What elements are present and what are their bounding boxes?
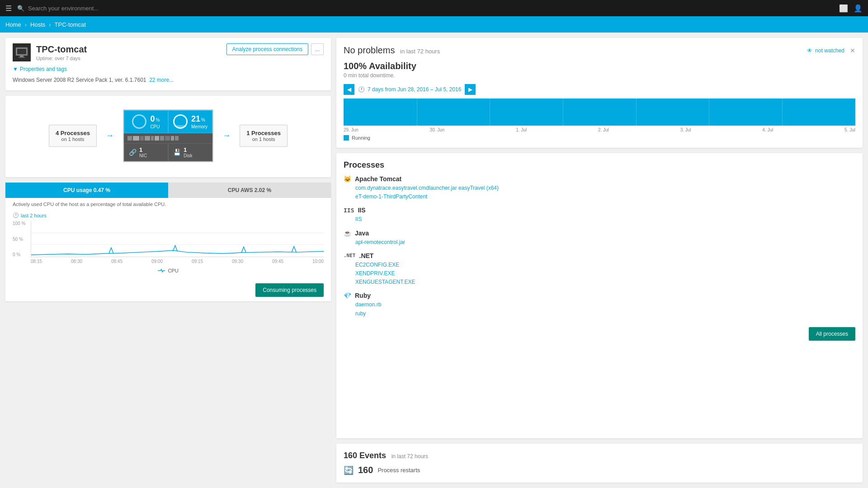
host-icon: [13, 43, 31, 61]
process-group-iis: IIS IIS IIS: [344, 206, 855, 224]
cpu-usage-tab[interactable]: CPU usage 0.47 %: [5, 183, 168, 198]
avail-legend: Running: [344, 135, 855, 141]
avail-chart: [344, 99, 855, 126]
chart-container: 100 % 50 % 0 %: [13, 221, 324, 266]
host-actions: Analyze process connections ...: [226, 43, 324, 55]
properties-content: Windows Server 2008 R2 Service Pack 1, v…: [13, 75, 324, 85]
processes-title: Processes: [344, 160, 855, 170]
tomcat-icon: 🐱: [344, 175, 351, 183]
clock-icon-2: 🕐: [358, 86, 365, 93]
process-links-java: apl-remotecontrol.jar: [344, 238, 855, 247]
search-box: 🔍 Search your environment...: [17, 5, 834, 12]
cpu-chart-area: 🕐 last 2 hours 100 % 50 % 0 %: [5, 211, 331, 279]
process-links-ruby: daemon.rb ruby: [344, 300, 855, 318]
hamburger-icon[interactable]: ☰: [5, 4, 12, 13]
top-nav-right: ⬜ 👤: [839, 4, 863, 13]
host-header-card: TPC-tomcat Uptime: over 7 days Analyze p…: [5, 38, 331, 90]
consuming-processes-button[interactable]: Consuming processes: [255, 283, 324, 297]
process-group-dotnet: .NET .NET EC2CONFIG.EXE XENDPRIV.EXE XEN…: [344, 252, 855, 287]
properties-toggle[interactable]: ▼ Properties and tags: [13, 66, 324, 72]
close-icon[interactable]: ✕: [850, 47, 855, 54]
disk-icon: 💾: [173, 149, 181, 156]
chat-icon[interactable]: ⬜: [839, 4, 848, 13]
search-placeholder[interactable]: Search your environment...: [28, 5, 99, 12]
topo-arrow-right: →: [222, 131, 231, 141]
cpu-aws-tab[interactable]: CPU AWS 2.02 %: [168, 183, 331, 198]
process-name-iis: IIS IIS: [344, 206, 855, 214]
events-title: 160 Events: [344, 451, 386, 460]
process-group-ruby: 💎 Ruby daemon.rb ruby: [344, 292, 855, 318]
process-links-dotnet: EC2CONFIG.EXE XENDPRIV.EXE XENGUESTAGENT…: [344, 261, 855, 287]
status-card: No problems in last 72 hours 👁 not watch…: [336, 38, 863, 148]
process-name-java: ☕ Java: [344, 230, 855, 237]
topo-arrow-left: →: [106, 131, 114, 141]
eye-icon: 👁: [807, 47, 812, 54]
events-row: 🔄 160 Process restarts: [344, 465, 855, 475]
availability-section: 100% Availability 0 min total downtime. …: [344, 61, 855, 141]
events-icon: 🔄: [344, 465, 354, 475]
analyze-connections-button[interactable]: Analyze process connections: [226, 43, 308, 55]
breadcrumb-home[interactable]: Home: [5, 21, 21, 28]
memory-circle: [173, 114, 188, 129]
process-link[interactable]: com.dynatrace.easytravel.cmdlauncher.jar…: [355, 184, 855, 192]
process-name-dotnet: .NET .NET: [344, 252, 855, 259]
date-range: 🕐 7 days from Jun 28, 2016 – Jul 5, 2016: [358, 86, 461, 93]
process-link[interactable]: IIS: [355, 215, 855, 224]
more-button[interactable]: ...: [311, 43, 324, 55]
search-icon: 🔍: [17, 5, 24, 12]
user-icon[interactable]: 👤: [854, 4, 863, 13]
process-links-iis: IIS: [344, 215, 855, 224]
prev-period-button[interactable]: ◀: [344, 84, 354, 95]
more-tags-link[interactable]: 22 more...: [149, 77, 174, 83]
next-period-button[interactable]: ▶: [465, 84, 476, 95]
svg-rect-1: [17, 49, 26, 54]
all-processes-button[interactable]: All processes: [809, 327, 855, 341]
nic-metric: 🔗 1 NIC: [124, 143, 168, 161]
events-card: 160 Events in last 72 hours 🔄 160 Proces…: [336, 444, 863, 483]
disk-metric: 💾 1 Disk: [168, 143, 212, 161]
cpu-circle: [132, 114, 146, 129]
host-name: TPC-tomcat: [36, 44, 87, 55]
topology-card: 4 Processes on 1 hosts → 0: [5, 96, 331, 177]
process-link[interactable]: apl-remotecontrol.jar: [355, 238, 855, 247]
cpu-chart-card: CPU usage 0.47 % CPU AWS 2.02 % Actively…: [5, 183, 331, 301]
process-link[interactable]: daemon.rb: [355, 300, 855, 309]
breadcrumb: Home › Hosts › TPC-tomcat: [0, 16, 868, 33]
svg-rect-2: [20, 56, 24, 57]
right-panel: No problems in last 72 hours 👁 not watch…: [336, 38, 863, 483]
host-uptime: Uptime: over 7 days: [36, 56, 87, 61]
process-group-tomcat: 🐱 Apache Tomcat com.dynatrace.easytravel…: [344, 175, 855, 201]
process-link[interactable]: ruby: [355, 310, 855, 318]
java-icon: ☕: [344, 230, 351, 237]
topo-right-box[interactable]: 1 Processes on 1 hosts: [240, 125, 288, 147]
topo-left-box[interactable]: 4 Processes on 1 hosts: [49, 125, 97, 147]
process-link[interactable]: EC2CONFIG.EXE: [355, 261, 855, 269]
memory-metric: 21 % Memory: [168, 110, 212, 133]
chart-y-labels: 100 % 50 % 0 %: [13, 221, 28, 257]
ruby-icon: 💎: [344, 292, 351, 299]
chart-area: [31, 221, 324, 257]
running-legend-icon: [344, 135, 349, 141]
avail-x-labels: 29. Jun 30. Jun 1. Jul 2. Jul 3. Jul 4. …: [344, 127, 855, 132]
cpu-metric: 0 % CPU: [124, 110, 168, 133]
svg-rect-3: [19, 57, 25, 58]
process-link[interactable]: XENDPRIV.EXE: [355, 269, 855, 278]
chart-x-labels: 08:15 08:30 08:45 09:00 09:15 09:30 09:4…: [31, 259, 324, 264]
process-links-tomcat: com.dynatrace.easytravel.cmdlauncher.jar…: [344, 184, 855, 201]
cpu-tabs: CPU usage 0.47 % CPU AWS 2.02 %: [5, 183, 331, 198]
topology-section: 4 Processes on 1 hosts → 0: [5, 96, 331, 177]
left-panel: TPC-tomcat Uptime: over 7 days Analyze p…: [5, 38, 331, 483]
not-watched[interactable]: 👁 not watched: [807, 47, 844, 54]
top-nav: ☰ 🔍 Search your environment... ⬜ 👤: [0, 0, 868, 16]
availability-title: 100% Availability: [344, 61, 855, 71]
process-name-ruby: 💎 Ruby: [344, 292, 855, 299]
status-period: in last 72 hours: [400, 48, 440, 55]
breadcrumb-hosts[interactable]: Hosts: [30, 21, 45, 28]
host-title-section: TPC-tomcat Uptime: over 7 days: [13, 43, 87, 61]
status-title: No problems: [344, 45, 395, 55]
main-layout: TPC-tomcat Uptime: over 7 days Analyze p…: [0, 33, 868, 488]
process-link[interactable]: XENGUESTAGENT.EXE: [355, 278, 855, 286]
processes-card: Processes 🐱 Apache Tomcat com.dynatrace.…: [336, 153, 863, 438]
process-link[interactable]: eT-demo-1-ThirdPartyContent: [355, 192, 855, 201]
events-count: 160: [358, 465, 373, 475]
